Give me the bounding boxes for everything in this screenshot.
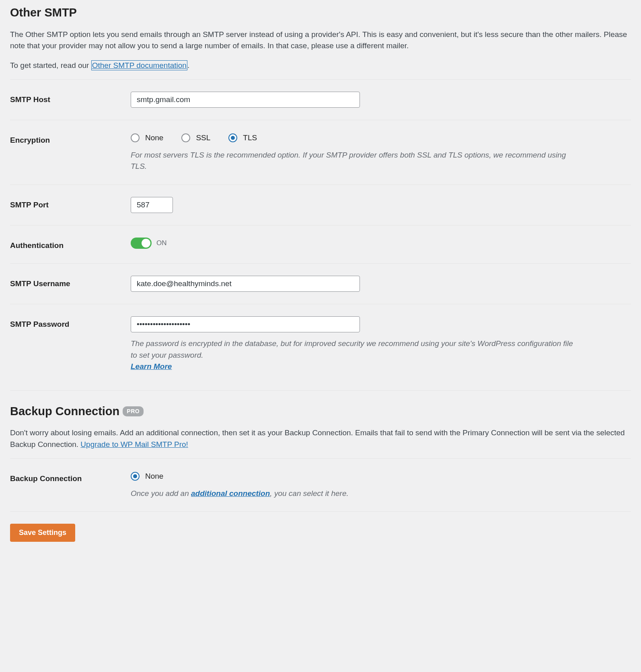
encryption-radio-group: None SSL TLS bbox=[131, 132, 631, 144]
toggle-knob bbox=[142, 239, 150, 248]
backup-title-row: Backup Connection PRO bbox=[10, 403, 631, 420]
smtp-host-input[interactable] bbox=[131, 92, 360, 108]
desc-paragraph-1: The Other SMTP option lets you send emai… bbox=[10, 29, 631, 52]
row-smtp-port: SMTP Port bbox=[10, 184, 631, 225]
label-smtp-username: SMTP Username bbox=[10, 276, 131, 290]
label-smtp-host: SMTP Host bbox=[10, 92, 131, 106]
backup-description: Don't worry about losing emails. Add an … bbox=[10, 427, 631, 450]
control-smtp-password: The password is encrypted in the databas… bbox=[131, 316, 631, 373]
desc-paragraph-2: To get started, read our Other SMTP docu… bbox=[10, 60, 631, 72]
upgrade-pro-link[interactable]: Upgrade to WP Mail SMTP Pro! bbox=[80, 440, 188, 449]
section-title-other-smtp: Other SMTP bbox=[10, 4, 631, 22]
additional-connection-link[interactable]: additional connection bbox=[191, 489, 270, 498]
backup-desc-paragraph: Don't worry about losing emails. Add an … bbox=[10, 427, 631, 450]
row-encryption: Encryption None SSL TLS For most servers… bbox=[10, 120, 631, 184]
pro-badge: PRO bbox=[123, 406, 144, 416]
encryption-radio-ssl[interactable]: SSL bbox=[181, 132, 210, 144]
save-settings-button[interactable]: Save Settings bbox=[10, 524, 75, 542]
radio-label-ssl: SSL bbox=[196, 132, 210, 144]
password-learn-more-link[interactable]: Learn More bbox=[131, 362, 172, 371]
smtp-port-input[interactable] bbox=[131, 197, 173, 213]
save-row: Save Settings bbox=[10, 511, 631, 554]
control-smtp-host bbox=[131, 92, 631, 108]
desc2-suffix: . bbox=[187, 61, 189, 70]
radio-icon bbox=[181, 133, 190, 142]
label-encryption: Encryption bbox=[10, 132, 131, 146]
radio-icon-selected bbox=[228, 133, 237, 142]
backup-radio-label-none: None bbox=[145, 471, 163, 482]
smtp-password-input[interactable] bbox=[131, 316, 360, 332]
radio-icon-selected bbox=[131, 472, 140, 481]
backup-connection-section: Backup Connection PRO Don't worry about … bbox=[10, 385, 631, 554]
password-help-text: The password is encrypted in the databas… bbox=[131, 338, 581, 373]
row-backup-connection: Backup Connection None Once you add an a… bbox=[10, 458, 631, 511]
backup-help-text: Once you add an additional connection, y… bbox=[131, 488, 581, 500]
backup-help-suffix: , you can select it here. bbox=[270, 489, 348, 498]
auth-toggle-state: ON bbox=[156, 238, 167, 248]
control-smtp-username bbox=[131, 276, 631, 292]
radio-label-tls: TLS bbox=[243, 132, 257, 144]
row-authentication: Authentication ON bbox=[10, 225, 631, 264]
control-encryption: None SSL TLS For most servers TLS is the… bbox=[131, 132, 631, 172]
row-smtp-username: SMTP Username bbox=[10, 263, 631, 304]
row-smtp-host: SMTP Host bbox=[10, 79, 631, 120]
auth-toggle-wrap: ON bbox=[131, 238, 631, 249]
other-smtp-description: The Other SMTP option lets you send emai… bbox=[10, 29, 631, 72]
section-title-backup: Backup Connection bbox=[10, 403, 119, 420]
radio-icon bbox=[131, 133, 140, 142]
control-smtp-port bbox=[131, 197, 631, 213]
other-smtp-docs-link[interactable]: Other SMTP documentation bbox=[91, 60, 187, 70]
backup-radio-none[interactable]: None bbox=[131, 471, 163, 482]
backup-help-prefix: Once you add an bbox=[131, 489, 191, 498]
label-smtp-port: SMTP Port bbox=[10, 197, 131, 211]
encryption-help-text: For most servers TLS is the recommended … bbox=[131, 150, 581, 172]
encryption-radio-none[interactable]: None bbox=[131, 132, 163, 144]
label-smtp-password: SMTP Password bbox=[10, 316, 131, 330]
smtp-username-input[interactable] bbox=[131, 276, 360, 292]
other-smtp-section: Other SMTP The Other SMTP option lets yo… bbox=[10, 0, 631, 385]
backup-radio-group: None bbox=[131, 471, 631, 482]
control-backup-connection: None Once you add an additional connecti… bbox=[131, 471, 631, 499]
encryption-radio-tls[interactable]: TLS bbox=[228, 132, 257, 144]
auth-toggle[interactable] bbox=[131, 238, 152, 249]
label-backup-connection: Backup Connection bbox=[10, 471, 131, 485]
label-authentication: Authentication bbox=[10, 238, 131, 252]
row-smtp-password: SMTP Password The password is encrypted … bbox=[10, 304, 631, 385]
password-help-body: The password is encrypted in the databas… bbox=[131, 339, 573, 359]
desc2-prefix: To get started, read our bbox=[10, 61, 91, 70]
radio-label-none: None bbox=[145, 132, 163, 144]
control-authentication: ON bbox=[131, 238, 631, 249]
